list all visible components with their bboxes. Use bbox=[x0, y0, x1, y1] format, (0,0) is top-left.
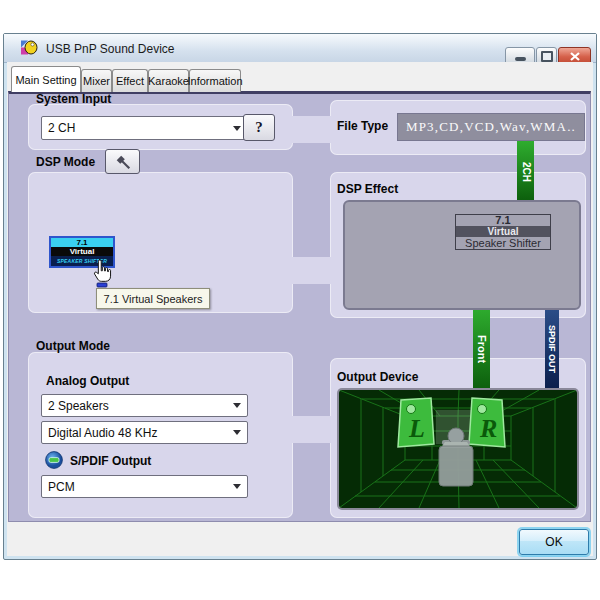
spdif-icon bbox=[45, 451, 63, 469]
analog-output-label: Analog Output bbox=[46, 374, 129, 388]
tooltip: 7.1 Virtual Speakers bbox=[96, 288, 210, 309]
dsp-mode-heading: DSP Mode bbox=[36, 155, 95, 169]
tooltip-text: 7.1 Virtual Speakers bbox=[104, 293, 203, 305]
speaker-count-value: 2 Speakers bbox=[48, 399, 109, 413]
dsp-mode-tool-button[interactable] bbox=[105, 149, 140, 174]
connector-2ch-label: 2CH bbox=[520, 161, 531, 181]
chevron-down-icon bbox=[233, 430, 241, 435]
tab-main-setting[interactable]: Main Setting bbox=[11, 66, 81, 92]
connector-spdif-out: SPDIF OUT bbox=[545, 306, 559, 392]
tab-label: Karaoke bbox=[148, 75, 189, 87]
tab-effect[interactable]: Effect bbox=[112, 69, 148, 92]
left-speaker: L bbox=[398, 398, 434, 447]
speaker-count-select[interactable]: 2 Speakers bbox=[41, 394, 248, 417]
output-mode-heading: Output Mode bbox=[36, 339, 110, 353]
file-type-value: MP3,CD,VCD,Wav,WMA.. bbox=[397, 113, 585, 141]
dsp-effect-heading: DSP Effect bbox=[337, 182, 398, 196]
connector-2ch: 2CH bbox=[517, 140, 534, 203]
icon-line-virtual: Virtual bbox=[51, 247, 113, 256]
chevron-down-icon bbox=[233, 403, 241, 408]
hand-cursor-icon bbox=[90, 258, 114, 288]
desktop: USB PnP Sound Device Main Setting Mixer … bbox=[0, 0, 600, 600]
tab-label: Main Setting bbox=[15, 74, 76, 86]
spdif-format-select[interactable]: PCM bbox=[41, 475, 248, 498]
system-input-heading: System Input bbox=[36, 92, 111, 106]
right-speaker: R bbox=[469, 398, 505, 447]
icon-line-71: 7.1 bbox=[51, 238, 113, 247]
hammer-icon bbox=[114, 153, 132, 171]
speaker-shifter-module[interactable]: 7.1 Virtual Speaker Shifter bbox=[455, 214, 551, 250]
connector-bridge bbox=[290, 116, 333, 143]
speaker-room-view: L R bbox=[339, 390, 577, 508]
file-type-label: File Type bbox=[337, 119, 388, 133]
ok-button[interactable]: OK bbox=[519, 529, 589, 555]
help-icon: ? bbox=[255, 119, 263, 136]
system-input-select[interactable]: 2 CH bbox=[41, 116, 248, 140]
tab-karaoke[interactable]: Karaoke bbox=[148, 69, 189, 92]
app-icon bbox=[20, 39, 38, 56]
connector-front: Front bbox=[473, 306, 490, 392]
left-speaker-label: L bbox=[408, 414, 425, 443]
output-device-heading: Output Device bbox=[337, 370, 418, 384]
ok-button-label: OK bbox=[545, 535, 562, 549]
connector-spdif-label: SPDIF OUT bbox=[547, 325, 557, 373]
connector-bridge bbox=[290, 416, 333, 443]
tab-mixer[interactable]: Mixer bbox=[81, 69, 112, 92]
close-icon bbox=[570, 52, 580, 61]
tab-label: Information bbox=[187, 75, 242, 87]
connector-bridge bbox=[290, 257, 333, 284]
help-button[interactable]: ? bbox=[243, 114, 275, 141]
chevron-down-icon bbox=[233, 484, 241, 489]
module-line-71: 7.1 bbox=[456, 215, 550, 226]
audio-quality-select[interactable]: Digital Audio 48 KHz bbox=[41, 421, 248, 444]
module-line-shifter: Speaker Shifter bbox=[456, 237, 550, 249]
module-line-virtual: Virtual bbox=[456, 226, 550, 237]
system-input-value: 2 CH bbox=[48, 121, 75, 135]
connector-front-label: Front bbox=[476, 335, 488, 363]
audio-quality-value: Digital Audio 48 KHz bbox=[48, 426, 157, 440]
right-speaker-label: R bbox=[479, 414, 497, 443]
tab-information[interactable]: Information bbox=[189, 69, 241, 92]
file-type-text: MP3,CD,VCD,Wav,WMA.. bbox=[406, 119, 576, 135]
spdif-format-value: PCM bbox=[48, 480, 75, 494]
tab-label: Mixer bbox=[83, 75, 110, 87]
spdif-output-label: S/PDIF Output bbox=[70, 454, 151, 468]
tab-label: Effect bbox=[116, 75, 144, 87]
maximize-icon bbox=[541, 51, 553, 62]
chevron-down-icon bbox=[233, 126, 241, 131]
minimize-icon bbox=[515, 57, 526, 61]
window-title: USB PnP Sound Device bbox=[46, 42, 175, 56]
